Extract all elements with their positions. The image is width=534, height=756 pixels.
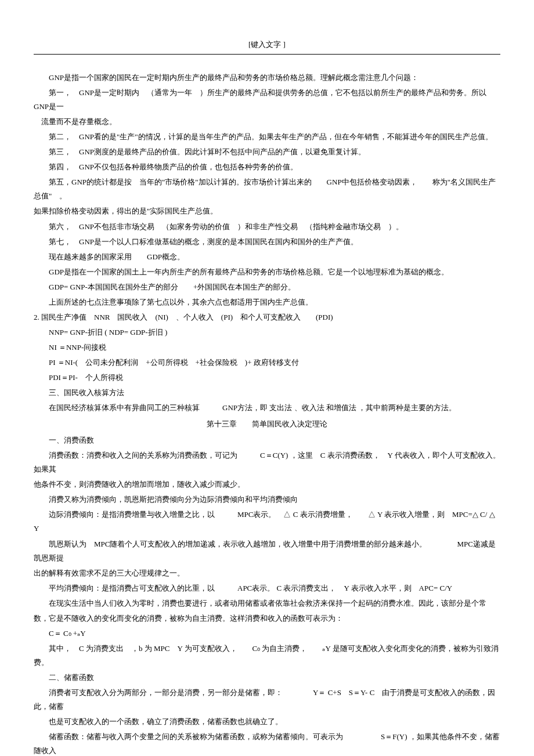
paragraph: 一、消费函数 (34, 433, 500, 447)
paragraph: GDP= GNP-本国国民在国外生产的部分 +外国国民在本国生产的部分。 (34, 280, 500, 294)
paragraph: 边际消费倾向：是指消费增量与收入增量之比，以 MPC表示。 △ C 表示消费增量… (34, 508, 500, 536)
paragraph: NI ＝NNP-间接税 (34, 341, 500, 355)
paragraph: NNP= GNP-折旧 ( NDP= GDP-折旧 ) (34, 325, 500, 339)
header-rule (34, 54, 500, 55)
paragraph: 消费者可支配收入分为两部分，一部分是消费，另一部分是储蓄，即： Y＝ C+S S… (34, 686, 500, 714)
paragraph: 第七， GNP是一个以人口标准做基础的概念，测度的是本国国民在国内和国外的生产产… (34, 235, 500, 249)
paragraph: 上面所述的七点注意事项除了第七点以外，其余六点也都适用于国内生产总值。 (34, 295, 500, 309)
paragraph-cont: 流量而不是存量概念。 (34, 115, 500, 129)
paragraph-cont: 出的解释有效需求不足的三大心理规律之一。 (34, 566, 500, 580)
paragraph-cont: 如果扣除价格变动因素，得出的是"实际国民生产总值。 (34, 204, 500, 218)
paragraph: 储蓄函数：储蓄与收入两个变量之间的关系被称为储蓄函数，或称为储蓄倾向。可表示为 … (34, 730, 500, 756)
paragraph: 第二， GNP看的是"生产"的情况，计算的是当年生产的产品。如果去年生产的产品，… (34, 130, 500, 144)
paragraph: GDP是指在一个国家的国土上一年内所生产的所有最终产品和劳务的市场价格总额。它是… (34, 265, 500, 279)
paragraph: 第六， GNP不包括非市场交易 （如家务劳动的价值 ）和非生产性交易 （指纯粹金… (34, 220, 500, 234)
paragraph: GNP是指一个国家的国民在一定时期内所生产的最终产品和劳务的市场价格总额。理解此… (34, 71, 500, 85)
paragraph-cont: 他条件不变，则消费随收入的增加而增加，随收入减少而减少。 (34, 478, 500, 491)
paragraph: 第四， GNP不仅包括各种最终物质产品的价值，也包括各种劳务的价值。 (34, 160, 500, 174)
paragraph: PI ＝NI-( 公司未分配利润 +公司所得税 +社会保险税 )+ 政府转移支付 (34, 356, 500, 370)
paragraph: 消费又称为消费倾向，凯恩斯把消费倾向分为边际消费倾向和平均消费倾向 (34, 493, 500, 507)
paragraph: 三、国民收入核算方法 (34, 386, 500, 400)
paragraph: 第五，GNP的统计都是按 当年的"市场价格"加以计算的。按市场价计算出来的 GN… (34, 175, 500, 203)
paragraph: 在国民经济核算体系中有异曲同工的三种核算 GNP方法，即 支出法 、收入法 和增… (34, 401, 500, 415)
paragraph: PDI＝PI- 个人所得税 (34, 371, 500, 385)
paragraph: 平均消费倾向：是指消费占可支配收入的比重，以 APC表示。 C 表示消费支出， … (34, 581, 500, 595)
paragraph: 其中， C 为消费支出 ，b 为 MPC Y 为可支配收入， C₀ 为自主消费，… (34, 642, 500, 670)
paragraph: 在现实生活中当人们收入为零时，消费也要进行，或者动用储蓄或者依靠社会救济来保持一… (34, 596, 500, 610)
paragraph: C＝ C₀ +ₐY (34, 627, 500, 641)
paragraph-cont: 也是可支配收入的一个函数，确立了消费函数，储蓄函数也就确立了。 (34, 715, 500, 729)
paragraph-cont: 数，它是不随收入的变化而变化的消费，被称为自主消费。这样消费和收入的函数可表示为… (34, 612, 500, 625)
paragraph: 二、储蓄函数 (34, 671, 500, 685)
paragraph: 第三， GNP测度的是最终产品的价值。因此计算时不包括中间产品的产值，以避免重复… (34, 145, 500, 159)
header-placeholder: [键入文字 ] (34, 38, 500, 52)
paragraph: 消费函数：消费和收入之间的关系称为消费函数，可记为 C＝C(Y) ，这里 C 表… (34, 448, 500, 476)
paragraph: 凯恩斯认为 MPC随着个人可支配收入的增加递减，表示收入越增加，收入增量中用于消… (34, 537, 500, 565)
paragraph: 现在越来越多的国家采用 GDP概念。 (34, 250, 500, 264)
section-heading: 2. 国民生产净值 NNR 国民收入 (NI) 、个人收入 (PI) 和个人可支… (34, 310, 500, 324)
chapter-title: 第十三章 简单国民收入决定理论 (34, 417, 500, 431)
paragraph: 第一， GNP是一定时期内 （通常为一年 ）所生产的最终产品和提供劳务的总值，它… (34, 86, 500, 114)
